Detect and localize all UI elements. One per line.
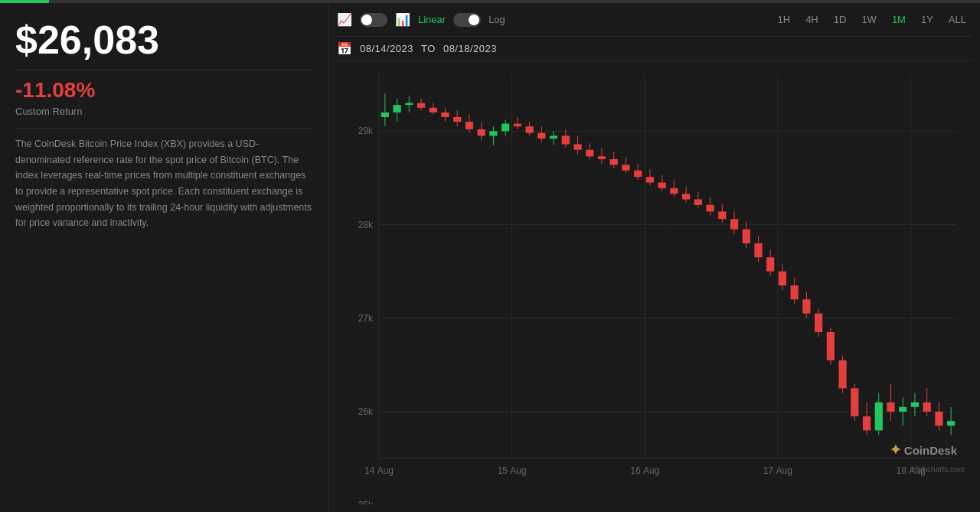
divider-1 (15, 70, 313, 70)
time-buttons-group: 1H 4H 1D 1W 1M 1Y ALL (772, 11, 972, 28)
left-panel: $26,083 -11.08% Custom Return The CoinDe… (0, 3, 329, 512)
line-chart-icon[interactable]: 📈 (337, 12, 352, 27)
scale-toggle[interactable] (453, 13, 481, 27)
return-percentage: -11.08% (15, 78, 313, 103)
calendar-icon[interactable]: 📅 (337, 41, 352, 56)
progress-bar (0, 0, 980, 3)
price-chart (337, 67, 972, 504)
time-btn-1w[interactable]: 1W (855, 11, 883, 28)
date-range-row: 📅 08/14/2023 TO 08/18/2023 (337, 36, 972, 61)
date-to: 08/18/2023 (443, 43, 497, 54)
coindesk-icon: ✦ (890, 442, 901, 458)
price-display: $26,083 (15, 18, 313, 62)
coindesk-logo: ✦ CoinDesk (890, 442, 957, 458)
time-btn-1y[interactable]: 1Y (915, 11, 939, 28)
bar-chart-icon[interactable]: 📊 (395, 12, 410, 27)
chart-controls: 📈 📊 Linear Log 1H 4H 1D 1W 1M 1Y ALL (337, 11, 972, 28)
chart-area: ✦ CoinDesk Highcharts.com (337, 67, 972, 504)
time-btn-all[interactable]: ALL (942, 11, 972, 28)
coindesk-text: CoinDesk (904, 444, 957, 457)
divider-2 (15, 128, 313, 129)
chart-type-toggle[interactable] (360, 13, 387, 27)
date-from: 08/14/2023 (360, 43, 413, 54)
log-label[interactable]: Log (488, 14, 505, 25)
right-panel: 📈 📊 Linear Log 1H 4H 1D 1W 1M 1Y ALL (329, 3, 980, 512)
return-label: Custom Return (15, 106, 313, 117)
linear-label[interactable]: Linear (418, 14, 446, 25)
time-btn-1d[interactable]: 1D (828, 11, 853, 28)
date-to-label: TO (421, 43, 436, 54)
time-btn-4h[interactable]: 4H (799, 11, 825, 28)
highcharts-credit: Highcharts.com (912, 465, 965, 474)
index-description: The CoinDesk Bitcoin Price Index (XBX) p… (15, 136, 313, 231)
time-btn-1m[interactable]: 1M (886, 11, 912, 28)
time-btn-1h[interactable]: 1H (772, 11, 797, 28)
progress-fill (0, 0, 49, 3)
main-layout: $26,083 -11.08% Custom Return The CoinDe… (0, 3, 980, 512)
